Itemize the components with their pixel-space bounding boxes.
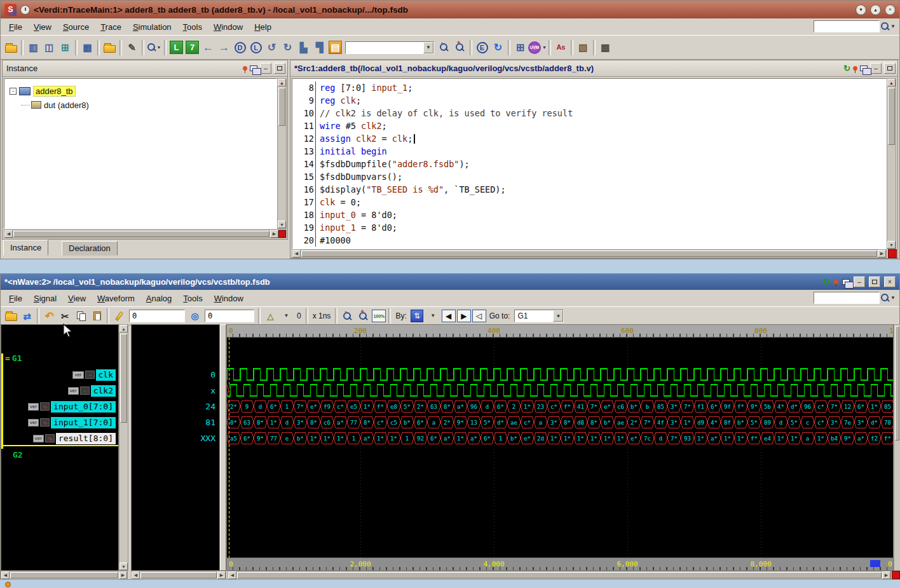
marker-time-input[interactable] — [205, 310, 254, 322]
minimize-panel-button[interactable]: – — [870, 63, 882, 74]
signal-row-clk[interactable]: ver−clk — [72, 369, 116, 381]
menu-file[interactable]: File — [3, 20, 28, 34]
search-dropdown-icon[interactable]: ▼ — [890, 24, 896, 29]
scroll-left-icon[interactable]: ◀ — [4, 230, 13, 238]
emacs-icon[interactable]: E — [474, 39, 490, 55]
signal-row-clk2[interactable]: ver−clk2 — [68, 385, 116, 397]
scroll-right-icon[interactable]: ▶ — [882, 571, 890, 579]
instance-tree-hscrollbar[interactable]: ◀ ▶ — [4, 229, 287, 238]
shade-button[interactable]: ▾ — [856, 4, 866, 15]
menu-signal[interactable]: Signal — [28, 292, 62, 305]
trace-fanin-icon[interactable]: ▙ — [296, 39, 311, 55]
scroll-up-icon[interactable]: ▲ — [119, 325, 128, 332]
view-options-icon[interactable]: ▼ — [146, 39, 162, 55]
search-backward-icon[interactable]: - — [436, 39, 452, 55]
menu-view[interactable]: View — [28, 20, 57, 34]
menu-window[interactable]: Window — [208, 292, 249, 305]
macro-icon[interactable]: As — [553, 39, 569, 55]
menu-waveform[interactable]: Waveform — [92, 292, 140, 305]
menu-tools[interactable]: Tools — [177, 292, 208, 305]
reuse-icon[interactable]: ↻ — [843, 64, 850, 72]
scroll-thumb[interactable] — [278, 88, 285, 126]
open-file-icon[interactable] — [102, 39, 118, 55]
scroll-thumb[interactable] — [895, 326, 899, 441]
names-hscrollbar[interactable]: ◀ ▶ — [1, 571, 128, 580]
marker-icon[interactable] — [111, 308, 127, 324]
scroll-left-icon[interactable]: ◀ — [228, 571, 236, 579]
splitter[interactable] — [220, 324, 226, 571]
search-dropdown-icon[interactable]: ▼ — [890, 295, 896, 301]
code-line-10[interactable]: 10// clk2 is delay of clk, is used to ve… — [294, 107, 875, 120]
source-hscrollbar[interactable]: ◀ ▶ — [292, 249, 887, 258]
reuse-icon[interactable]: ↻ — [823, 278, 830, 286]
scroll-thumb[interactable] — [888, 88, 895, 145]
nwave-window-icon[interactable]: ◫ — [41, 39, 57, 55]
open-icon[interactable] — [3, 308, 19, 324]
ntrace-window-icon[interactable]: ▥ — [25, 39, 41, 55]
source-vscrollbar[interactable]: ▲ ▼ — [887, 78, 896, 249]
menu-window[interactable]: Window — [208, 20, 249, 34]
signal-names-panel[interactable]: =G1G2ver−clkver−clk2ver∿input_0[7:0]ver∿… — [1, 324, 119, 571]
back-icon[interactable]: ← — [200, 39, 216, 55]
minimize-button[interactable]: – — [854, 277, 865, 287]
waveform-hscrollbar[interactable]: ◀ ▶ — [228, 571, 891, 580]
layout-icon[interactable] — [860, 65, 868, 71]
pin-icon[interactable] — [834, 280, 838, 284]
sync-icon[interactable]: ⇄ — [19, 308, 35, 324]
scroll-up-icon[interactable]: ▲ — [887, 79, 896, 86]
scroll-left-icon[interactable]: ◀ — [292, 250, 301, 257]
scroll-left-icon[interactable]: ◀ — [1, 571, 10, 579]
any-edge-button[interactable]: ◁ — [472, 310, 486, 322]
scroll-left-icon[interactable]: ◀ — [132, 571, 140, 579]
waveform-vscrollbar[interactable] — [894, 324, 900, 571]
tab-declaration[interactable]: Declaration — [62, 241, 118, 256]
edit-source-icon[interactable]: ✎ — [124, 39, 140, 55]
undo-icon[interactable]: ↶ — [41, 308, 57, 324]
trace-fanout-icon[interactable]: ▜ — [311, 39, 327, 55]
resize-grip[interactable] — [278, 230, 286, 238]
main-search-input[interactable] — [814, 20, 880, 32]
nwave-search-input[interactable] — [814, 292, 880, 304]
taskbar-notification-icon[interactable] — [5, 582, 11, 587]
scroll-right-icon[interactable]: ▶ — [119, 571, 127, 579]
menu-help[interactable]: Help — [249, 20, 277, 34]
instance-panel-header[interactable]: Instance – — [3, 60, 287, 77]
group-label-g1[interactable]: =G1 — [5, 353, 22, 363]
menu-file[interactable]: File — [3, 292, 28, 305]
cut-icon[interactable]: ✂ — [57, 308, 73, 324]
close-button[interactable]: × — [884, 277, 896, 287]
main-titlebar[interactable]: S <Verdi:nTraceMain:1> adder8_tb adder8_… — [1, 1, 899, 18]
maximize-panel-button[interactable] — [274, 63, 285, 74]
scroll-thumb[interactable] — [120, 334, 127, 423]
search-icon[interactable] — [881, 22, 889, 31]
paste-icon[interactable] — [89, 308, 105, 324]
names-vscrollbar[interactable]: ▲ ▼ — [119, 324, 128, 571]
tree-expander-icon[interactable]: - — [10, 88, 17, 95]
view-range-marker[interactable] — [870, 560, 880, 567]
pin-icon[interactable] — [243, 66, 247, 71]
report-icon[interactable]: ▧ — [575, 39, 591, 55]
code-line-9[interactable]: 9reg clk; — [294, 94, 875, 107]
scroll-right-icon[interactable]: ▶ — [217, 571, 226, 579]
code-line-12[interactable]: 12assign clk2 = clk; — [294, 132, 875, 145]
pin-icon[interactable] — [853, 66, 857, 71]
next-transition-button[interactable]: ▶ — [457, 310, 471, 322]
tree-item-adder8_tb[interactable]: -adder8_tb — [10, 85, 76, 97]
nschema-window-icon[interactable]: ▦ — [79, 39, 95, 55]
scroll-thumb[interactable] — [140, 572, 217, 578]
forward-icon[interactable]: → — [216, 39, 232, 55]
active-annotation-icon[interactable]: ▤ — [329, 41, 342, 54]
scroll-down-icon[interactable]: ▼ — [887, 241, 896, 249]
zoom-full-icon[interactable]: 100% — [372, 310, 386, 322]
menu-analog[interactable]: Analog — [140, 292, 177, 305]
zoom-in-icon[interactable]: + — [355, 308, 371, 324]
waveform-canvas[interactable]: 2*9d6*17*e*f9c*e51*f*e85*2*638*a*96d6*21… — [227, 338, 894, 557]
print-icon[interactable]: ▩ — [597, 39, 613, 55]
signal-values-panel[interactable]: 0x2481XXX — [131, 324, 220, 571]
scroll-down-icon[interactable]: ▼ — [119, 563, 128, 570]
maximize-button[interactable] — [869, 277, 880, 287]
new-window-icon[interactable]: ⊞ — [512, 39, 528, 55]
reload-icon[interactable]: ↻ — [490, 39, 506, 55]
copy-icon[interactable] — [73, 308, 89, 324]
maximize-panel-button[interactable] — [884, 63, 896, 74]
